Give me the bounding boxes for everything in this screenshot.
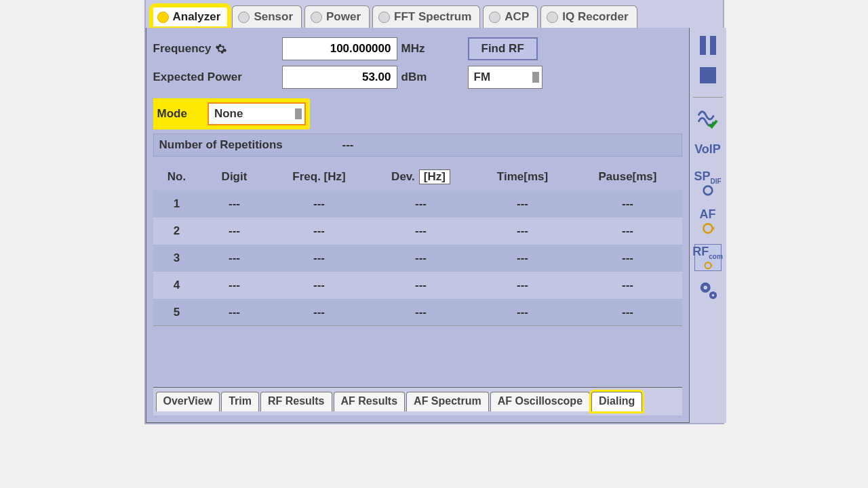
signal-ok-icon[interactable] — [696, 108, 720, 130]
btab-overview[interactable]: OverView — [156, 392, 220, 411]
tab-acp[interactable]: ACP — [483, 5, 538, 28]
svg-point-2 — [705, 262, 711, 268]
stop-button[interactable] — [696, 64, 720, 86]
tab-analyzer[interactable]: Analyzer — [151, 5, 230, 28]
cell-digit: --- — [201, 251, 269, 265]
find-rf-button[interactable]: Find RF — [468, 37, 538, 60]
table-row: 1 --- --- --- --- --- — [153, 190, 682, 218]
spdif-label: SPDIF — [694, 169, 721, 185]
voip-button[interactable]: VoIP — [696, 138, 720, 160]
tab-status-dot-icon — [547, 12, 558, 23]
cell-time: --- — [472, 224, 574, 238]
cell-no: 1 — [153, 197, 201, 211]
svg-point-0 — [703, 186, 712, 195]
label-expected-power: Expected Power — [153, 70, 282, 84]
modulation-dropdown[interactable]: FM — [468, 66, 542, 89]
af-button[interactable]: AF — [696, 206, 720, 236]
tab-status-dot-icon — [157, 12, 169, 23]
tab-status-dot-icon — [489, 12, 500, 23]
af-label: AF — [700, 207, 716, 222]
row-frequency: Frequency 100.000000 MHz Find RF — [153, 35, 682, 63]
gears-icon — [698, 280, 718, 300]
row-mode: Mode None — [153, 98, 682, 129]
stop-icon — [700, 67, 716, 83]
table-row: 5 --- --- --- --- --- — [153, 299, 682, 326]
btab-dialing[interactable]: Dialing — [591, 392, 642, 411]
cycle-icon — [702, 260, 714, 270]
tab-fft-spectrum[interactable]: FFT Spectrum — [372, 5, 480, 28]
top-tabs: Analyzer Sensor Power FFT Spectrum ACP I… — [146, 0, 723, 28]
cell-dev: --- — [370, 224, 472, 238]
col-dev-pre: Dev. — [391, 170, 415, 184]
tab-status-dot-icon — [238, 12, 250, 23]
cell-dev: --- — [370, 279, 472, 292]
btab-rf-results[interactable]: RF Results — [260, 392, 332, 411]
cell-digit: --- — [201, 279, 269, 292]
cell-digit: --- — [201, 306, 269, 319]
cell-freq: --- — [269, 251, 370, 265]
pause-icon — [700, 36, 716, 55]
tab-sensor[interactable]: Sensor — [232, 5, 302, 28]
tab-label: Analyzer — [173, 10, 221, 24]
divider — [693, 97, 723, 98]
value-repetitions: --- — [342, 138, 354, 152]
pause-button[interactable] — [696, 35, 720, 56]
btab-trim[interactable]: Trim — [221, 392, 259, 411]
cell-pause: --- — [574, 224, 682, 238]
rfcom-button[interactable]: RFcom — [694, 244, 722, 271]
row-expected-power: Expected Power 53.00 dBm FM — [153, 63, 682, 92]
settings-button[interactable] — [696, 279, 720, 301]
col-freq: Freq. [Hz] — [269, 170, 370, 184]
btab-af-oscilloscope[interactable]: AF Oscilloscope — [490, 392, 590, 411]
analyzer-app: Analyzer Sensor Power FFT Spectrum ACP I… — [144, 0, 724, 424]
cell-digit: --- — [201, 197, 269, 211]
tab-label: IQ Recorder — [562, 10, 628, 24]
cell-no: 5 — [153, 306, 201, 319]
cell-no: 3 — [153, 251, 201, 265]
cell-no: 2 — [153, 224, 201, 238]
gear-icon[interactable] — [215, 43, 227, 55]
mode-dropdown[interactable]: None — [208, 102, 306, 125]
cell-freq: --- — [269, 197, 370, 211]
svg-point-1 — [703, 224, 712, 232]
dev-unit-dropdown[interactable]: [Hz] — [419, 169, 450, 184]
cell-time: --- — [472, 251, 574, 265]
tab-status-dot-icon — [311, 12, 322, 23]
frequency-input[interactable]: 100.000000 — [282, 37, 397, 60]
cell-freq: --- — [269, 224, 370, 238]
label-text: Frequency — [153, 42, 212, 56]
tab-label: Power — [326, 10, 361, 24]
table-header: No. Digit Freq. [Hz] Dev. [Hz] Time[ms] … — [153, 163, 682, 190]
label-mode: Mode — [157, 107, 187, 121]
results-table: No. Digit Freq. [Hz] Dev. [Hz] Time[ms] … — [153, 163, 682, 326]
mode-highlight: Mode None — [153, 98, 310, 129]
expected-power-input[interactable]: 53.00 — [282, 66, 397, 89]
tab-label: FFT Spectrum — [394, 10, 471, 24]
col-dev: Dev. [Hz] — [370, 169, 472, 184]
cell-time: --- — [472, 279, 574, 292]
col-digit: Digit — [201, 170, 269, 184]
btab-af-spectrum[interactable]: AF Spectrum — [406, 392, 489, 411]
tab-label: Sensor — [254, 10, 293, 24]
btab-af-results[interactable]: AF Results — [334, 392, 406, 411]
col-pause: Pause[ms] — [574, 170, 682, 184]
cell-time: --- — [472, 197, 574, 211]
unit-mhz: MHz — [401, 42, 430, 56]
rfcom-label: RFcom — [692, 245, 723, 260]
cell-dev: --- — [370, 306, 472, 319]
tab-power[interactable]: Power — [304, 5, 370, 28]
cell-dev: --- — [370, 197, 472, 211]
voip-label: VoIP — [694, 142, 721, 157]
cell-dev: --- — [370, 251, 472, 265]
cell-pause: --- — [574, 197, 682, 211]
tab-status-dot-icon — [378, 12, 390, 23]
unit-dbm: dBm — [401, 70, 430, 84]
cell-time: --- — [472, 306, 574, 319]
tab-iq-recorder[interactable]: IQ Recorder — [540, 5, 637, 28]
table-body: 1 --- --- --- --- --- 2 --- --- --- --- … — [153, 190, 682, 326]
table-row: 3 --- --- --- --- --- — [153, 245, 682, 272]
tab-label: ACP — [505, 10, 529, 24]
col-time: Time[ms] — [472, 170, 574, 184]
table-row: 2 --- --- --- --- --- — [153, 218, 682, 245]
spdif-button[interactable]: SPDIF — [696, 168, 720, 198]
